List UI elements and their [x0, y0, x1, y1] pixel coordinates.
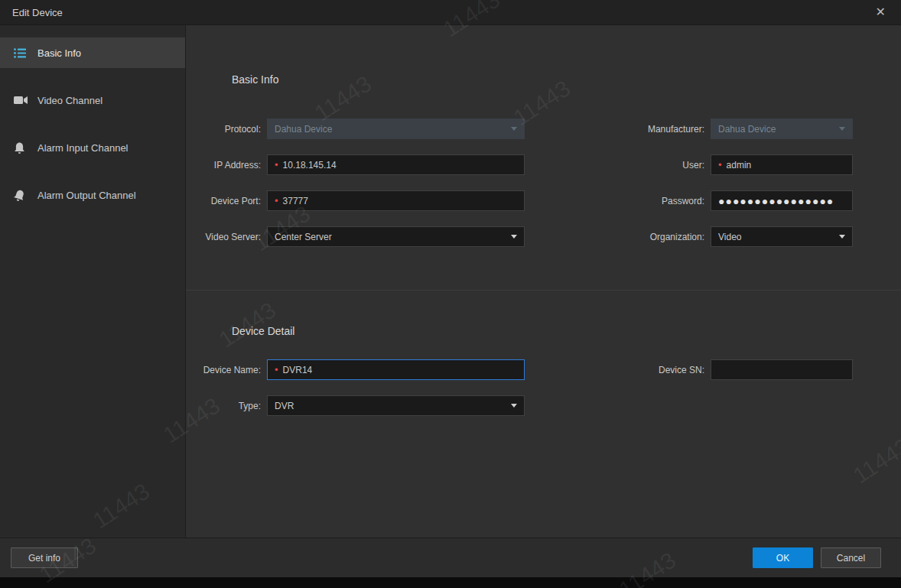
required-marker: • — [275, 365, 278, 375]
video-server-label: Video Server: — [186, 232, 261, 242]
form-row: Device Port: • 37777 Password: ●●●●●●●●●… — [186, 190, 901, 211]
protocol-select[interactable]: Dahua Device — [267, 119, 525, 139]
ip-address-value: 10.18.145.14 — [283, 160, 337, 171]
required-marker: • — [275, 196, 278, 206]
get-info-button[interactable]: Get info — [11, 547, 78, 568]
sidebar-item-video-channel[interactable]: Video Channel — [0, 85, 185, 115]
chevron-down-icon — [839, 235, 845, 239]
ok-button[interactable]: OK — [753, 547, 813, 568]
alarm-bell-icon — [14, 142, 32, 154]
manufacturer-value: Dahua Device — [718, 124, 776, 135]
content-panel: Basic Info Protocol: Dahua Device Manufa… — [186, 25, 901, 538]
password-label: Password: — [525, 196, 704, 206]
section-title-device-detail: Device Detail — [232, 324, 901, 338]
footer-bar: Get info OK Cancel — [0, 538, 901, 577]
sidebar-item-label: Alarm Output Channel — [37, 190, 136, 201]
ip-address-label: IP Address: — [186, 160, 261, 171]
form-row: Protocol: Dahua Device Manufacturer: Dah… — [186, 119, 901, 139]
video-camera-icon — [14, 96, 32, 105]
video-server-value: Center Server — [275, 232, 332, 242]
device-port-value: 37777 — [283, 196, 308, 206]
chevron-down-icon — [511, 127, 517, 131]
protocol-value: Dahua Device — [275, 124, 332, 135]
ip-address-input[interactable]: • 10.18.145.14 — [267, 154, 525, 175]
type-value: DVR — [275, 401, 294, 411]
user-value: admin — [727, 160, 752, 171]
device-name-label: Device Name: — [186, 365, 261, 375]
edit-device-dialog: Edit Device ✕ Basic Info Video Channel A… — [0, 0, 901, 588]
type-select[interactable]: DVR — [267, 395, 525, 416]
sidebar-item-label: Video Channel — [37, 95, 102, 106]
sidebar-item-alarm-output-channel[interactable]: Alarm Output Channel — [0, 180, 185, 210]
form-row: Video Server: Center Server Organization… — [186, 226, 901, 247]
sidebar-item-basic-info[interactable]: Basic Info — [0, 37, 185, 68]
section-title-basic-info: Basic Info — [232, 73, 901, 86]
form-row: IP Address: • 10.18.145.14 User: • admin — [186, 154, 901, 175]
organization-select[interactable]: Video — [711, 226, 853, 247]
password-input[interactable]: ●●●●●●●●●●●●●●●● — [711, 190, 853, 211]
form-row: Device Name: • DVR14 Device SN: — [186, 359, 901, 380]
organization-label: Organization: — [525, 232, 704, 242]
device-sn-label: Device SN: — [525, 365, 704, 375]
cancel-button[interactable]: Cancel — [821, 547, 881, 568]
manufacturer-select[interactable]: Dahua Device — [711, 119, 853, 139]
required-marker: • — [275, 160, 278, 170]
device-name-input[interactable]: • DVR14 — [267, 359, 525, 380]
dialog-title: Edit Device — [12, 7, 63, 18]
chevron-down-icon — [511, 404, 517, 408]
protocol-label: Protocol: — [186, 124, 261, 135]
section-divider — [186, 290, 901, 291]
password-masked-value: ●●●●●●●●●●●●●●●● — [718, 195, 834, 207]
organization-value: Video — [718, 232, 741, 242]
list-icon — [14, 48, 32, 58]
device-port-input[interactable]: • 37777 — [267, 190, 525, 211]
sidebar-item-alarm-input-channel[interactable]: Alarm Input Channel — [0, 132, 185, 163]
device-name-value: DVR14 — [283, 365, 313, 375]
sidebar-item-label: Alarm Input Channel — [37, 142, 128, 154]
alarm-bell-output-icon — [14, 190, 32, 201]
required-marker: • — [718, 160, 722, 170]
form-row: Type: DVR — [186, 395, 901, 416]
device-sn-input[interactable] — [711, 359, 853, 380]
manufacturer-label: Manufacturer: — [525, 124, 704, 135]
chevron-down-icon — [839, 127, 845, 131]
video-server-select[interactable]: Center Server — [267, 226, 525, 247]
user-label: User: — [525, 160, 704, 171]
user-input[interactable]: • admin — [711, 154, 853, 175]
sidebar: Basic Info Video Channel Alarm Input Cha… — [0, 25, 186, 538]
title-bar: Edit Device ✕ — [0, 0, 901, 25]
type-label: Type: — [186, 401, 261, 411]
close-icon[interactable]: ✕ — [873, 5, 889, 20]
device-port-label: Device Port: — [186, 196, 261, 206]
chevron-down-icon — [511, 235, 517, 239]
sidebar-item-label: Basic Info — [37, 47, 81, 59]
